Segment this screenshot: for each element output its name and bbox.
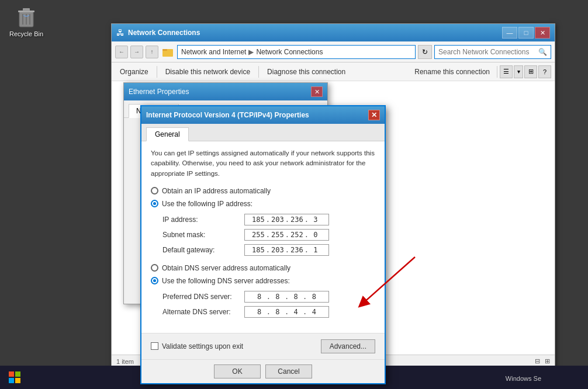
win-logo-green	[15, 371, 20, 377]
cancel-button[interactable]: Cancel	[265, 364, 312, 378]
nc-title-controls: — □ ✕	[502, 27, 550, 39]
item-count: 1 item	[116, 358, 134, 365]
ipv4-dialog: Internet Protocol Version 4 (TCP/IPv4) P…	[140, 105, 386, 384]
manual-ip-radio[interactable]	[151, 200, 158, 207]
alternate-dns-row: Alternate DNS server: 8 . 8 . 4 . 4	[162, 306, 375, 318]
nc-breadcrumb[interactable]: Network and Internet ▶ Network Connectio…	[177, 45, 416, 59]
toolbar-separator-3	[497, 66, 497, 78]
win-logo-yellow	[15, 378, 20, 383]
back-button[interactable]: ←	[115, 46, 128, 58]
alternate-dns-field[interactable]: 8 . 8 . 4 . 4	[244, 306, 329, 318]
tab-general[interactable]: General	[146, 127, 189, 141]
manual-ip-radio-row[interactable]: Use the following IP address:	[151, 200, 375, 208]
bottom-row: Validate settings upon exit Advanced...	[141, 333, 385, 359]
ipv4-description: You can get IP settings assigned automat…	[151, 148, 375, 179]
ethernet-close-button[interactable]: ✕	[311, 86, 323, 97]
disable-device-button[interactable]: Disable this network device	[161, 65, 255, 79]
subnet-3: 252	[290, 231, 303, 239]
ipv4-tabs: General	[141, 124, 385, 141]
gw-2: 203	[271, 246, 284, 254]
advanced-button[interactable]: Advanced...	[321, 339, 375, 353]
auto-dns-radio[interactable]	[151, 264, 158, 272]
ethernet-title: Ethernet Properties	[129, 88, 189, 96]
subnet-4: 0	[310, 231, 321, 239]
ipv4-titlebar: Internet Protocol Version 4 (TCP/IPv4) P…	[141, 106, 385, 124]
nc-status-right: ⊟ ⊞	[535, 357, 550, 365]
ip-fields: IP address: 185 . 203 . 236 . 3 Subnet m…	[162, 214, 375, 256]
nc-title-text: Network Connections	[128, 29, 200, 37]
manual-dns-radio-row[interactable]: Use the following DNS server addresses:	[151, 277, 375, 285]
radio-dot	[153, 202, 156, 205]
nc-search-box[interactable]: 🔍	[434, 45, 551, 59]
win-logo-red	[9, 371, 14, 377]
close-button[interactable]: ✕	[535, 27, 550, 39]
ok-cancel-row: OK Cancel	[141, 359, 385, 383]
taskbar-start-button[interactable]	[0, 366, 29, 389]
gateway-field[interactable]: 185 . 203 . 236 . 1	[244, 244, 329, 256]
validate-checkbox-group[interactable]: Validate settings upon exit	[151, 342, 243, 350]
recycle-bin-icon	[15, 5, 38, 28]
windows-logo	[9, 371, 20, 383]
organize-button[interactable]: Organize	[115, 65, 153, 79]
ip-addr-2: 203	[271, 216, 284, 224]
breadcrumb-arrow-1: ▶	[248, 48, 254, 56]
folder-icon	[162, 46, 174, 58]
manual-ip-label: Use the following IP address:	[162, 200, 253, 208]
taskbar-label: Windows Se	[506, 375, 541, 382]
ok-button[interactable]: OK	[214, 364, 261, 378]
recycle-bin-label: Recycle Bin	[9, 30, 43, 37]
ip-address-field[interactable]: 185 . 203 . 236 . 3	[244, 214, 329, 225]
adns-4: 4	[308, 308, 320, 316]
auto-ip-radio-row[interactable]: Obtain an IP address automatically	[151, 187, 375, 195]
adns-1: 8	[254, 308, 265, 316]
refresh-button[interactable]: ↻	[418, 45, 432, 59]
preferred-dns-row: Preferred DNS server: 8 . 8 . 8 . 8	[162, 291, 375, 303]
manual-dns-radio[interactable]	[151, 277, 158, 284]
ip-addr-3: 236	[290, 216, 303, 224]
pdns-4: 8	[308, 293, 320, 301]
ipv4-close-button[interactable]: ✕	[368, 110, 380, 120]
dns-radio-group: Obtain DNS server address automatically …	[151, 264, 375, 285]
auto-ip-label: Obtain an IP address automatically	[162, 187, 271, 195]
search-icon: 🔍	[538, 48, 547, 56]
ip-addr-1: 185	[252, 216, 265, 224]
diagnose-button[interactable]: Diagnose this connection	[262, 65, 350, 79]
search-input[interactable]	[438, 48, 536, 56]
subnet-mask-label: Subnet mask:	[162, 231, 244, 239]
ipv4-body: You can get IP settings assigned automat…	[141, 141, 385, 333]
rename-button[interactable]: Rename this connection	[410, 65, 494, 79]
preferred-dns-label: Preferred DNS server:	[162, 293, 244, 301]
auto-dns-label: Obtain DNS server address automatically	[162, 264, 290, 272]
view-list-icon[interactable]: ⊟	[535, 357, 540, 365]
svg-rect-7	[162, 49, 167, 51]
validate-checkbox[interactable]	[151, 342, 158, 350]
help-button[interactable]: ?	[538, 65, 551, 78]
nc-title-left: 🖧 Network Connections	[116, 28, 200, 37]
forward-button[interactable]: →	[130, 46, 143, 58]
up-button[interactable]: ↑	[146, 46, 158, 58]
preferred-dns-field[interactable]: 8 . 8 . 8 . 8	[244, 291, 329, 303]
nc-address-bar: ← → ↑ Network and Internet ▶ Network Con…	[112, 41, 555, 62]
auto-ip-radio[interactable]	[151, 187, 158, 194]
pdns-3: 8	[290, 293, 302, 301]
auto-dns-radio-row[interactable]: Obtain DNS server address automatically	[151, 264, 375, 272]
recycle-bin[interactable]: Recycle Bin	[6, 5, 47, 37]
view-large-icon-button[interactable]: ⊞	[524, 65, 537, 78]
view-grid-icon[interactable]: ⊞	[545, 357, 550, 365]
subnet-1: 255	[252, 231, 265, 239]
alternate-dns-label: Alternate DNS server:	[162, 308, 244, 316]
adns-2: 8	[272, 308, 283, 316]
gw-3: 236	[290, 246, 303, 254]
view-details-button[interactable]: ☰	[500, 65, 513, 78]
toolbar-separator-1	[157, 66, 157, 78]
nc-toolbar-right: Rename this connection ☰ ▾ ⊞ ?	[410, 65, 551, 79]
pdns-2: 8	[272, 293, 283, 301]
minimize-button[interactable]: —	[502, 27, 517, 39]
subnet-mask-field[interactable]: 255 . 255 . 252 . 0	[244, 229, 329, 241]
manual-dns-label: Use the following DNS server addresses:	[162, 277, 290, 285]
ip-address-row: IP address: 185 . 203 . 236 . 3	[162, 214, 375, 225]
maximize-button[interactable]: □	[518, 27, 534, 39]
validate-label: Validate settings upon exit	[162, 342, 243, 350]
pdns-1: 8	[254, 293, 265, 301]
view-dropdown-button[interactable]: ▾	[514, 65, 523, 78]
